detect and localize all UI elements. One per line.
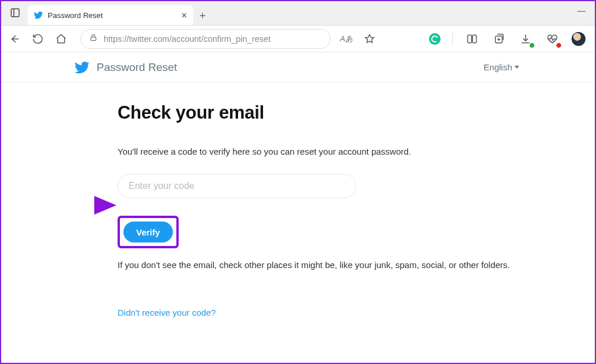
minimize-icon[interactable]: — xyxy=(577,6,586,15)
refresh-icon xyxy=(32,33,44,45)
refresh-button[interactable] xyxy=(30,31,45,47)
heading: Check your email xyxy=(118,102,595,123)
resend-code-link[interactable]: Didn't receive your code? xyxy=(118,308,216,317)
back-button[interactable] xyxy=(7,31,22,47)
svg-rect-4 xyxy=(473,35,477,42)
browser-toolbar: https://twitter.com/account/confirm_pin_… xyxy=(1,26,595,52)
page-title: Password Reset xyxy=(97,61,177,74)
svg-rect-2 xyxy=(91,37,96,41)
verify-button-highlight: Verify xyxy=(118,216,179,248)
new-tab-button[interactable]: ＋ xyxy=(194,7,211,23)
chevron-down-icon xyxy=(515,66,519,69)
split-screen-icon xyxy=(466,33,478,45)
health-button[interactable] xyxy=(545,31,560,47)
close-icon[interactable]: ✕ xyxy=(181,11,187,20)
tab-title: Password Reset xyxy=(48,11,176,20)
favorite-button[interactable] xyxy=(362,31,377,47)
url-text: https://twitter.com/account/confirm_pin_… xyxy=(104,34,271,44)
advice-text: If you don't see the email, check other … xyxy=(118,259,548,272)
toolbar-separator xyxy=(452,33,453,45)
collections-icon xyxy=(493,33,505,45)
browser-tab[interactable]: Password Reset ✕ xyxy=(28,5,193,25)
verify-button[interactable]: Verify xyxy=(123,222,173,242)
address-bar[interactable]: https://twitter.com/account/confirm_pin_… xyxy=(80,29,331,49)
twitter-bird-icon xyxy=(34,10,43,20)
download-complete-badge xyxy=(529,42,535,48)
reader-label: Aあ xyxy=(340,34,353,44)
grammarly-icon[interactable] xyxy=(429,33,441,45)
twitter-bird-icon xyxy=(74,60,90,75)
verification-code-input[interactable] xyxy=(118,174,356,198)
toolbar-right-group xyxy=(429,31,589,47)
lock-icon xyxy=(89,33,98,44)
home-icon xyxy=(55,33,67,45)
language-label: English xyxy=(484,62,512,72)
split-screen-button[interactable] xyxy=(464,31,480,47)
back-arrow-icon xyxy=(9,33,20,45)
health-alert-badge xyxy=(556,42,562,48)
main-content: Check your email You'll receive a code t… xyxy=(1,83,595,318)
subtext: You'll receive a code to verify here so … xyxy=(118,147,595,156)
language-selector[interactable]: English xyxy=(484,62,519,72)
star-icon xyxy=(364,33,375,45)
browser-tab-strip: Password Reset ✕ ＋ — xyxy=(1,1,595,26)
plus-icon: ＋ xyxy=(197,8,208,22)
home-button[interactable] xyxy=(54,31,69,47)
page-header-bar: Password Reset English xyxy=(1,52,595,83)
downloads-button[interactable] xyxy=(518,31,533,47)
profile-avatar[interactable] xyxy=(572,32,586,46)
reader-mode-button[interactable]: Aあ xyxy=(339,31,354,47)
tab-actions-icon[interactable] xyxy=(8,6,22,20)
svg-rect-0 xyxy=(11,9,19,17)
collections-button[interactable] xyxy=(491,31,506,47)
svg-rect-3 xyxy=(468,35,472,42)
